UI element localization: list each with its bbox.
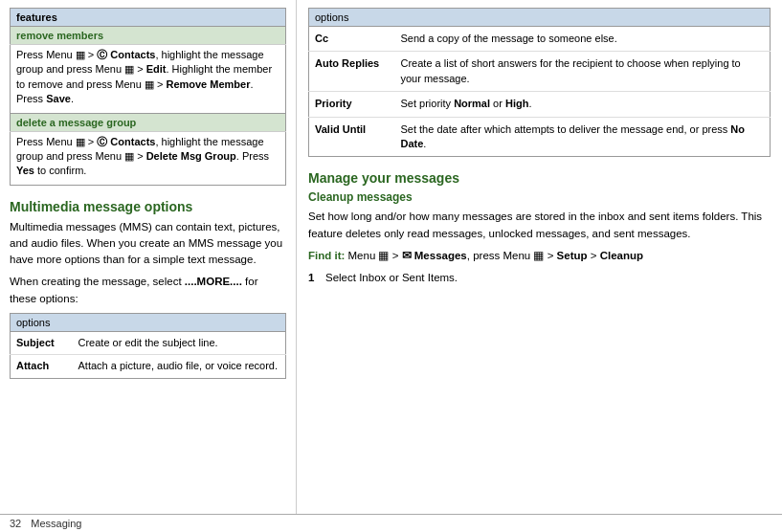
valid-until-desc: Set the date after which attempts to del… [395, 117, 771, 157]
table-row: Cc Send a copy of the message to someone… [309, 27, 771, 52]
left-column: features remove members Press Menu ▦ > Ⓒ… [0, 0, 297, 514]
attach-desc: Attach a picture, audio file, or voice r… [73, 355, 286, 378]
priority-label: Priority [309, 92, 395, 117]
valid-until-label: Valid Until [309, 117, 395, 157]
step-text: Select Inbox or Sent Items. [325, 270, 458, 286]
table-row: Subject Create or edit the subject line. [11, 331, 286, 354]
remove-members-header: remove members [11, 27, 286, 45]
delete-group-header: delete a message group [11, 113, 286, 131]
right-column: options Cc Send a copy of the message to… [297, 0, 782, 514]
attach-label: Attach [11, 355, 73, 378]
delete-group-content: Press Menu ▦ > Ⓒ Contacts, highlight the… [11, 131, 286, 185]
table-row: Auto Replies Create a list of short answ… [309, 52, 771, 92]
section-label: Messaging [31, 518, 81, 529]
list-item: 1 Select Inbox or Sent Items. [308, 270, 771, 286]
step-number: 1 [308, 270, 320, 286]
multimedia-section: Multimedia message options Multimedia me… [10, 199, 286, 379]
multimedia-body1: Multimedia messages (MMS) can contain te… [10, 219, 286, 269]
cleanup-body: Set how long and/or how many messages ar… [308, 209, 771, 242]
table-row: Valid Until Set the date after which att… [309, 117, 771, 157]
subject-desc: Create or edit the subject line. [73, 331, 286, 354]
left-options-header: options [11, 313, 286, 331]
left-options-table: options Subject Create or edit the subje… [10, 313, 286, 379]
table-row: Attach Attach a picture, audio file, or … [11, 355, 286, 378]
manage-section: Manage your messages Cleanup messages Se… [308, 170, 771, 286]
subject-label: Subject [11, 331, 73, 354]
auto-replies-desc: Create a list of short answers for the r… [395, 52, 771, 92]
right-options-header: options [309, 9, 771, 27]
cleanup-subtitle: Cleanup messages [308, 190, 771, 204]
cc-desc: Send a copy of the message to someone el… [395, 27, 771, 52]
multimedia-body2: When creating the message, select ....MO… [10, 274, 286, 307]
features-table: features remove members Press Menu ▦ > Ⓒ… [10, 8, 286, 186]
remove-members-content: Press Menu ▦ > Ⓒ Contacts, highlight the… [11, 45, 286, 114]
page-number: 32 [10, 518, 21, 529]
find-it-label: Find it: [308, 250, 345, 261]
bottom-bar: 32 Messaging [0, 514, 782, 532]
multimedia-title: Multimedia message options [10, 199, 286, 214]
cc-label: Cc [309, 27, 395, 52]
right-options-table: options Cc Send a copy of the message to… [308, 8, 771, 157]
features-header: features [11, 9, 286, 27]
priority-desc: Set priority Normal or High. [395, 92, 771, 117]
manage-title: Manage your messages [308, 170, 771, 186]
auto-replies-label: Auto Replies [309, 52, 395, 92]
table-row: Priority Set priority Normal or High. [309, 92, 771, 117]
find-it-text: Find it: Menu ▦ > ✉ Messages, press Menu… [308, 248, 771, 264]
